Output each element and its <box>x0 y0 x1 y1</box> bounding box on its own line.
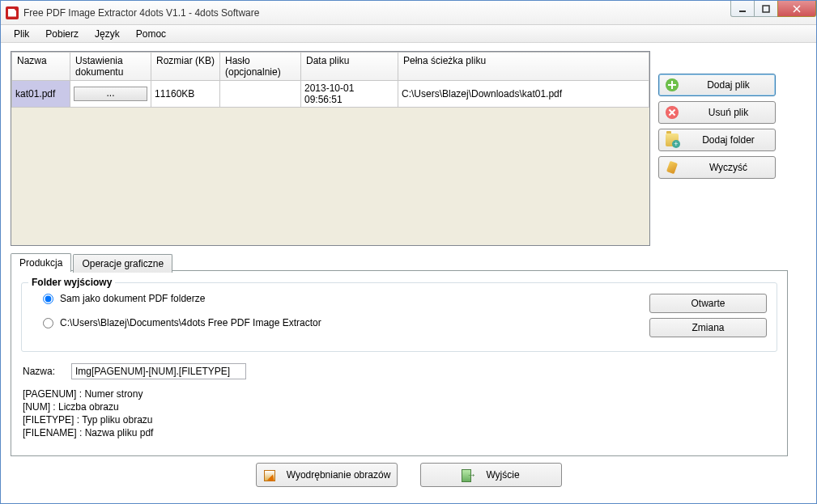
window-controls <box>731 1 816 17</box>
col-name[interactable]: Nazwa <box>12 53 70 81</box>
change-button[interactable]: Zmiana <box>649 318 767 337</box>
remove-file-label: Usuń plik <box>688 107 768 118</box>
add-file-button[interactable]: Dodaj plik <box>658 74 776 96</box>
col-password[interactable]: Hasło (opcjonalnie) <box>220 53 301 81</box>
cell-date[interactable]: 2013-10-01 09:56:51 <box>301 81 398 108</box>
menu-download[interactable]: Pobierz <box>37 26 87 42</box>
menubar: Plik Pobierz Język Pomoc <box>1 25 816 43</box>
open-button[interactable]: Otwarte <box>649 294 767 313</box>
remove-icon <box>666 106 679 119</box>
menu-help[interactable]: Pomoc <box>128 26 174 42</box>
clear-label: Wyczyść <box>688 162 768 173</box>
add-folder-button[interactable]: Dodaj folder <box>658 129 776 151</box>
add-icon <box>666 78 679 91</box>
cell-name[interactable]: kat01.pdf <box>12 81 70 108</box>
add-file-label: Dodaj plik <box>688 79 768 91</box>
maximize-button[interactable] <box>754 1 778 17</box>
tabstrip: Produkcja Operacje graficzne <box>11 252 806 271</box>
app-icon <box>6 6 19 19</box>
extract-icon <box>262 468 275 481</box>
radio-custom-path[interactable] <box>43 318 53 328</box>
output-folder-legend: Folder wyjściowy <box>28 277 115 288</box>
hint-num: [NUM] : Liczba obrazu <box>23 400 776 413</box>
clear-button[interactable]: Wyczyść <box>658 156 776 179</box>
clear-icon <box>666 161 679 174</box>
name-label: Nazwa: <box>23 366 55 377</box>
exit-button[interactable]: Wyjście <box>420 463 562 487</box>
close-button[interactable] <box>777 1 816 17</box>
col-fullpath[interactable]: Pełna ścieżka pliku <box>398 53 649 81</box>
col-settings[interactable]: Ustawienia dokumentu <box>70 53 151 81</box>
extract-button[interactable]: Wyodrębnianie obrazów <box>256 463 398 487</box>
window-title: Free PDF Image Extractor 4dots V1.1 - 4d… <box>23 7 259 19</box>
tab-graphics[interactable]: Operacje graficzne <box>73 254 172 273</box>
output-folder-group: Folder wyjściowy Sam jako dokument PDF f… <box>21 282 777 352</box>
folder-icon <box>666 133 679 146</box>
add-folder-label: Dodaj folder <box>688 134 768 146</box>
tab-panel-production: Folder wyjściowy Sam jako dokument PDF f… <box>11 270 788 456</box>
col-size[interactable]: Rozmiar (KB) <box>151 53 220 81</box>
cell-fullpath[interactable]: C:\Users\Blazej\Downloads\kat01.pdf <box>398 81 649 108</box>
radio-custom-label: C:\Users\Blazej\Documents\4dots Free PDF… <box>60 317 321 328</box>
cell-settings[interactable]: ... <box>70 81 151 108</box>
radio-same-label: Sam jako dokument PDF folderze <box>60 293 205 304</box>
cell-password[interactable] <box>220 81 301 108</box>
file-grid[interactable]: Nazwa Ustawienia dokumentu Rozmiar (KB) … <box>11 51 650 246</box>
table-row[interactable]: kat01.pdf ... 11160KB 2013-10-01 09:56:5… <box>12 81 649 108</box>
extract-label: Wyodrębnianie obrazów <box>287 469 391 481</box>
minimize-button[interactable] <box>730 1 755 17</box>
remove-file-button[interactable]: Usuń plik <box>658 101 776 124</box>
name-pattern-input[interactable] <box>71 363 246 379</box>
hint-filename: [FILENAME] : Nazwa pliku pdf <box>23 426 776 439</box>
exit-label: Wyjście <box>486 469 519 481</box>
titlebar: Free PDF Image Extractor 4dots V1.1 - 4d… <box>1 1 816 25</box>
menu-language[interactable]: Język <box>87 26 128 42</box>
tab-production[interactable]: Produkcja <box>11 253 71 272</box>
hint-filetype: [FILETYPE] : Typ pliku obrazu <box>23 413 776 426</box>
hints: [PAGENUM] : Numer strony [NUM] : Liczba … <box>23 388 776 439</box>
exit-icon <box>462 468 474 481</box>
col-date[interactable]: Data pliku <box>301 53 398 81</box>
cell-size[interactable]: 11160KB <box>151 81 220 108</box>
menu-file[interactable]: Plik <box>6 26 37 42</box>
hint-pagenum: [PAGENUM] : Numer strony <box>23 388 776 400</box>
settings-ellipsis-button[interactable]: ... <box>74 87 147 101</box>
svg-rect-1 <box>763 6 769 12</box>
radio-same-folder[interactable] <box>43 294 53 304</box>
